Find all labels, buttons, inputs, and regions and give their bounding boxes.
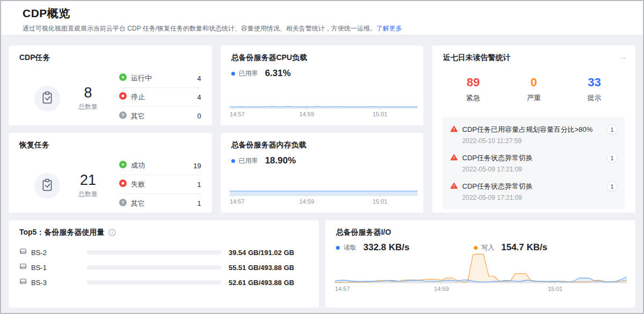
svg-text:?: ? <box>121 113 125 118</box>
alert-title: CDP任务状态异常切换 <box>462 182 532 191</box>
severe-label: 严重 <box>503 93 564 103</box>
mem-legend-label: 已用率 <box>239 156 258 166</box>
server-usage-row: BS-3 52.61 GB/493.88 GB <box>19 275 308 290</box>
alert-count-badge: 1 <box>607 181 617 191</box>
mem-legend-dot-icon <box>231 159 235 163</box>
recovery-tasks-total-number: 21 <box>74 173 102 188</box>
svg-text:14:57: 14:57 <box>230 111 245 117</box>
server-icon <box>19 263 27 272</box>
server-usage-row: BS-1 55.51 GB/493.88 GB <box>19 260 308 275</box>
status-value: 19 <box>193 162 201 170</box>
recovery-tasks-total: 21 总数量 <box>74 173 102 198</box>
usage-bar <box>87 265 221 270</box>
clipboard-check-icon <box>40 91 54 107</box>
page-title: CDP概览 <box>23 6 621 21</box>
alert-timestamp: 2022-05-10 11:27:59 <box>462 137 617 145</box>
memory-load-card: 总备份服务器内存负载 已用率 18.90% 14:5714:5915:01 <box>221 133 424 213</box>
top5-card-title: Top5：备份服务器使用量 <box>19 228 104 237</box>
status-label: 其它 <box>131 111 145 121</box>
cpu-legend-label: 已用率 <box>239 69 258 78</box>
alert-list-item[interactable]: CDP任务已用容量占规划容量百分比>80% 1 2022-05-10 11:27… <box>450 124 617 145</box>
clipboard-icon-circle <box>34 86 60 111</box>
usage-value: 52.61 GB/493.88 GB <box>229 279 294 287</box>
status-row-running: 运行中 4 <box>119 69 201 88</box>
io-card: 总备份服务器I/O 读取 332.8 KB/s 写入 154.7 KB/s 14… <box>325 220 635 308</box>
status-row-stopped: 停止 4 <box>119 88 201 107</box>
alert-list-item[interactable]: CDP任务状态异常切换 1 2022-05-09 17:21:09 <box>450 153 617 173</box>
info-icon[interactable] <box>108 229 116 236</box>
alert-title: CDP任务已用容量占规划容量百分比>80% <box>462 125 592 134</box>
top5-usage-card: Top5：备份服务器使用量 BS-2 39.54 GB/191.02 GB BS… <box>9 220 319 308</box>
recovery-tasks-total-label: 总数量 <box>74 190 102 199</box>
alert-list-item[interactable]: CDP任务状态异常切换 1 2022-05-09 17:21:09 <box>450 181 617 201</box>
learn-more-link[interactable]: 了解更多 <box>376 25 402 32</box>
status-label: 失败 <box>131 180 145 189</box>
server-name: BS-1 <box>31 264 87 272</box>
cdp-tasks-card-title: CDP任务 <box>19 53 201 63</box>
read-legend-dot-icon <box>336 246 340 250</box>
svg-text:14:57: 14:57 <box>335 286 350 292</box>
cpu-usage-value: 6.31% <box>265 68 291 79</box>
status-value: 0 <box>197 112 201 120</box>
status-row-other: ? 其它 1 <box>119 194 201 213</box>
write-legend-dot-icon <box>474 246 478 250</box>
status-row-success: 成功 19 <box>119 156 201 175</box>
usage-bar <box>87 280 221 285</box>
svg-text:15:01: 15:01 <box>372 198 387 205</box>
io-card-title: 总备份服务器I/O <box>336 228 625 237</box>
svg-text:?: ? <box>121 200 125 205</box>
memory-load-card-title: 总备份服务器内存负载 <box>231 140 413 150</box>
warning-triangle-icon <box>450 182 458 191</box>
page-header: CDP概览 通过可视化视图直观展示当前云平台 CDP 任务/恢复任务的数量和状态… <box>1 1 643 35</box>
cdp-tasks-status-list: 运行中 4 停止 4 ? 其它 0 <box>119 69 201 125</box>
other-status-icon: ? <box>119 199 127 208</box>
alert-stat-critical: 89 紧急 <box>443 76 503 103</box>
cdp-tasks-card: CDP任务 8 总数量 运行中 4 <box>9 46 212 125</box>
svg-text:14:57: 14:57 <box>230 198 245 205</box>
cpu-load-card-title: 总备份服务器CPU负载 <box>231 53 413 63</box>
status-label: 停止 <box>131 92 145 102</box>
stopped-status-icon <box>119 92 127 102</box>
svg-text:15:01: 15:01 <box>372 111 387 117</box>
usage-value: 55.51 GB/493.88 GB <box>229 264 294 272</box>
recovery-tasks-status-list: 成功 19 失败 1 ? 其它 1 <box>119 156 201 213</box>
page-subtitle-text: 通过可视化视图直观展示当前云平台 CDP 任务/恢复任务的数量和状态统计、容量使… <box>23 25 376 32</box>
svg-text:14:59: 14:59 <box>299 111 314 117</box>
success-status-icon <box>119 161 127 170</box>
alert-count-badge: 1 <box>607 153 617 163</box>
arrow-right-icon[interactable]: → <box>619 52 627 61</box>
alert-list: CDP任务已用容量占规划容量百分比>80% 1 2022-05-10 11:27… <box>443 117 625 209</box>
info-label: 提示 <box>564 93 625 103</box>
svg-text:14:59: 14:59 <box>434 286 449 292</box>
usage-value: 39.54 GB/191.02 GB <box>229 249 294 257</box>
mem-usage-value: 18.90% <box>265 155 296 166</box>
top5-rows: BS-2 39.54 GB/191.02 GB BS-1 55.51 GB/49… <box>19 245 308 290</box>
alert-stat-info: 33 提示 <box>564 76 625 103</box>
info-count: 33 <box>564 76 625 89</box>
failed-status-icon <box>119 180 127 189</box>
cpu-legend-dot-icon <box>231 72 235 76</box>
warning-triangle-icon <box>450 153 458 163</box>
cdp-tasks-total-label: 总数量 <box>74 102 102 111</box>
other-status-icon: ? <box>119 111 127 121</box>
io-chart: 14:5714:5915:01 <box>334 251 628 293</box>
alerts-card-title: 近七日未读告警统计 <box>443 53 625 63</box>
cdp-tasks-total-number: 8 <box>74 85 102 100</box>
running-status-icon <box>119 73 127 83</box>
status-value: 1 <box>197 199 201 207</box>
critical-label: 紧急 <box>443 93 503 103</box>
bottom-row: Top5：备份服务器使用量 BS-2 39.54 GB/191.02 GB BS… <box>9 220 635 308</box>
alert-stats: 89 紧急 0 严重 33 提示 <box>443 76 625 103</box>
dashboard-content: CDP任务 8 总数量 运行中 4 <box>1 35 643 308</box>
clipboard-icon-circle <box>34 173 60 199</box>
usage-bar <box>87 250 221 255</box>
alert-timestamp: 2022-05-09 17:21:09 <box>462 194 617 201</box>
server-icon <box>19 248 27 257</box>
recovery-tasks-card: 恢复任务 21 总数量 成功 19 <box>9 133 212 213</box>
alert-title: CDP任务状态异常切换 <box>462 153 532 163</box>
status-label: 运行中 <box>131 73 152 83</box>
server-icon <box>19 278 27 287</box>
status-label: 成功 <box>131 161 145 170</box>
status-row-failed: 失败 1 <box>119 175 201 194</box>
status-label: 其它 <box>131 199 145 208</box>
